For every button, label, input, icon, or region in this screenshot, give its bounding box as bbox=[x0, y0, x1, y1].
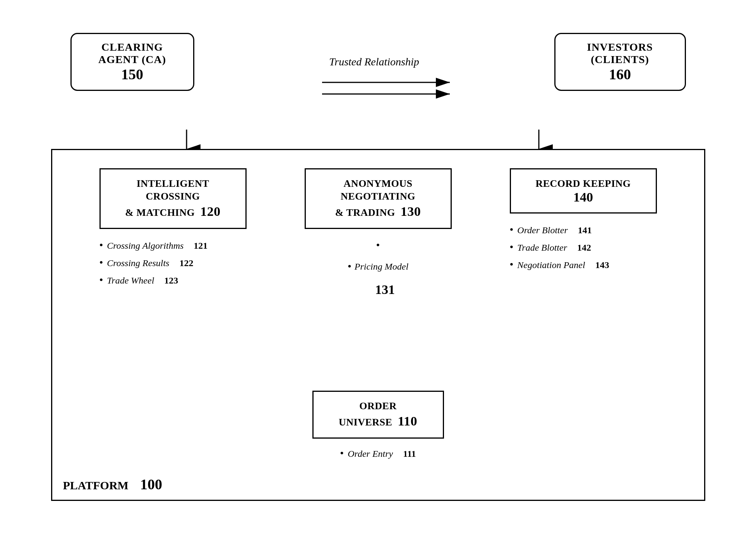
clearing-agent-number: 150 bbox=[83, 66, 182, 83]
ou-bullet-1: Order Entry 111 bbox=[340, 445, 416, 462]
ic-bullet-1-label: Crossing Algorithms bbox=[107, 238, 183, 253]
ic-bullet-3-number: 123 bbox=[164, 273, 178, 288]
intelligent-crossing-box: INTELLIGENT CROSSING & MATCHING 120 bbox=[99, 168, 247, 229]
platform-label: PLATFORM 100 bbox=[63, 476, 162, 493]
rk-bullet-2: Trade Blotter 142 bbox=[510, 239, 657, 256]
platform-number: 100 bbox=[140, 476, 162, 492]
rk-bullet-2-number: 142 bbox=[577, 240, 591, 255]
investors-box: INVESTORS (CLIENTS) 160 bbox=[554, 33, 686, 91]
rk-bullet-3-label: Negotiation Panel bbox=[517, 258, 585, 272]
ic-bullet-2-number: 122 bbox=[179, 256, 193, 270]
rk-bullet-1-number: 141 bbox=[578, 223, 592, 237]
ic-bullet-1: Crossing Algorithms 121 bbox=[99, 237, 247, 254]
ou-bullet-1-number: 111 bbox=[403, 446, 416, 461]
record-keeping-col: RECORD KEEPING 140 Order Blotter 141 Tra… bbox=[510, 168, 657, 273]
clearing-agent-box: CLEARING AGENT (CA) 150 bbox=[70, 33, 194, 91]
ic-bullet-list: Crossing Algorithms 121 Crossing Results… bbox=[99, 237, 247, 289]
clearing-agent-title: CLEARING AGENT (CA) bbox=[83, 41, 182, 66]
anonymous-negotiating-box: ANONYMOUS NEGOTIATING & TRADING 130 bbox=[305, 168, 452, 229]
intelligent-crossing-col: INTELLIGENT CROSSING & MATCHING 120 Cros… bbox=[99, 168, 247, 289]
rk-bullet-1: Order Blotter 141 bbox=[510, 221, 657, 239]
an-bullet-list: • Pricing Model 131 bbox=[305, 237, 452, 300]
rk-bullet-3: Negotiation Panel 143 bbox=[510, 256, 657, 273]
platform-text: PLATFORM bbox=[63, 479, 129, 492]
ou-title-line2: UNIVERSE 110 bbox=[325, 413, 431, 430]
an-bullet-1: • Pricing Model 131 bbox=[305, 237, 452, 300]
rk-bullet-3-number: 143 bbox=[595, 258, 609, 272]
order-universe-box: ORDER UNIVERSE 110 bbox=[312, 391, 444, 439]
rk-bullet-2-label: Trade Blotter bbox=[517, 240, 567, 255]
ou-title-line1: ORDER bbox=[325, 400, 431, 413]
ou-number: 110 bbox=[398, 414, 417, 428]
ic-bullet-3-label: Trade Wheel bbox=[107, 273, 154, 288]
order-universe-col: ORDER UNIVERSE 110 Order Entry 111 bbox=[312, 391, 444, 462]
an-bullet-1-number: 131 bbox=[375, 279, 395, 300]
anonymous-negotiating-col: ANONYMOUS NEGOTIATING & TRADING 130 • Pr… bbox=[305, 168, 452, 301]
ic-bullet-3: Trade Wheel 123 bbox=[99, 272, 247, 289]
investors-number: 160 bbox=[567, 66, 673, 83]
record-keeping-box: RECORD KEEPING 140 bbox=[510, 168, 657, 214]
ic-bullet-2: Crossing Results 122 bbox=[99, 254, 247, 272]
an-title-line1: ANONYMOUS NEGOTIATING bbox=[315, 177, 441, 203]
ic-number: 120 bbox=[200, 204, 221, 219]
trusted-relationship-area: Trusted Relationship bbox=[194, 56, 554, 68]
an-title-line2: & TRADING 130 bbox=[315, 203, 441, 220]
rk-bullet-1-label: Order Blotter bbox=[517, 223, 567, 237]
an-bullet-1-label: Pricing Model bbox=[355, 259, 408, 274]
rk-number: 140 bbox=[520, 190, 646, 205]
an-number: 130 bbox=[401, 204, 421, 219]
trusted-relationship-label: Trusted Relationship bbox=[329, 56, 419, 68]
rk-title: RECORD KEEPING bbox=[520, 177, 646, 190]
ou-bullet-list: Order Entry 111 bbox=[312, 445, 444, 462]
ic-title-line2: & MATCHING 120 bbox=[110, 203, 236, 220]
ic-bullet-2-label: Crossing Results bbox=[107, 256, 169, 270]
rk-bullet-list: Order Blotter 141 Trade Blotter 142 Nego… bbox=[510, 221, 657, 273]
diagram-container: CLEARING AGENT (CA) 150 Trusted Relation… bbox=[39, 21, 717, 524]
ou-bullet-1-label: Order Entry bbox=[348, 446, 393, 461]
top-section: CLEARING AGENT (CA) 150 Trusted Relation… bbox=[39, 33, 717, 91]
inner-boxes-row: INTELLIGENT CROSSING & MATCHING 120 Cros… bbox=[39, 168, 717, 301]
investors-title: INVESTORS (CLIENTS) bbox=[567, 41, 673, 66]
ic-title-line1: INTELLIGENT CROSSING bbox=[110, 177, 236, 203]
ic-bullet-1-number: 121 bbox=[194, 238, 207, 253]
